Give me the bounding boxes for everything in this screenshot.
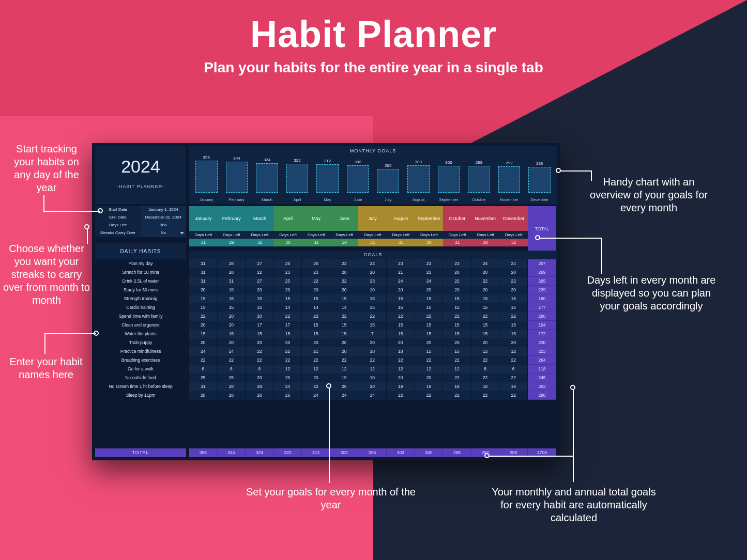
goal-cell[interactable]: 25 bbox=[274, 277, 302, 286]
goal-cell[interactable]: 15 bbox=[246, 330, 274, 338]
goal-cell[interactable]: 22 bbox=[471, 277, 500, 286]
goal-cell[interactable]: 22 bbox=[499, 391, 528, 400]
goal-cell[interactable]: 24 bbox=[387, 277, 415, 286]
goal-cell[interactable]: 15 bbox=[218, 303, 246, 312]
goal-cell[interactable]: 15 bbox=[471, 303, 500, 312]
month-header[interactable]: July bbox=[358, 206, 387, 231]
goal-cell[interactable]: 28 bbox=[218, 259, 246, 268]
month-header[interactable]: November bbox=[471, 206, 500, 231]
goal-cell[interactable]: 28 bbox=[218, 268, 246, 277]
goal-cell[interactable]: 22 bbox=[415, 391, 444, 400]
goal-cell[interactable]: 12 bbox=[302, 365, 330, 374]
goal-cell[interactable]: 20 bbox=[189, 338, 218, 347]
goal-cell[interactable]: 22 bbox=[471, 356, 500, 365]
goal-cell[interactable]: 20 bbox=[274, 374, 302, 382]
goal-cell[interactable]: 20 bbox=[330, 382, 359, 391]
goal-cell[interactable]: 10 bbox=[358, 374, 387, 382]
goal-cell[interactable]: 19 bbox=[387, 382, 415, 391]
goal-cell[interactable]: 20 bbox=[302, 286, 330, 294]
goal-cell[interactable]: 20 bbox=[471, 286, 500, 294]
goal-cell[interactable]: 27 bbox=[246, 259, 274, 268]
goal-cell[interactable]: 22 bbox=[302, 356, 330, 365]
month-header[interactable]: February bbox=[218, 206, 246, 231]
goal-cell[interactable]: 20 bbox=[443, 286, 471, 294]
goal-cell[interactable]: 20 bbox=[189, 321, 218, 330]
goal-cell[interactable]: 22 bbox=[443, 356, 471, 365]
goal-cell[interactable]: 24 bbox=[274, 382, 302, 391]
goal-cell[interactable]: 22 bbox=[189, 312, 218, 321]
goal-cell[interactable]: 26 bbox=[246, 391, 274, 400]
month-header[interactable]: December bbox=[499, 206, 528, 231]
goal-cell[interactable]: 16 bbox=[499, 382, 528, 391]
goal-cell[interactable]: 20 bbox=[471, 338, 500, 347]
goal-cell[interactable]: 22 bbox=[443, 277, 471, 286]
goal-cell[interactable]: 15 bbox=[415, 321, 444, 330]
goal-cell[interactable]: 18 bbox=[443, 382, 471, 391]
goal-cell[interactable]: 21 bbox=[415, 268, 444, 277]
goal-cell[interactable]: 22 bbox=[415, 312, 444, 321]
habit-row[interactable]: Water the plants bbox=[95, 330, 186, 338]
goal-cell[interactable]: 27 bbox=[246, 277, 274, 286]
goal-cell[interactable]: 23 bbox=[274, 268, 302, 277]
goal-cell[interactable]: 15 bbox=[443, 303, 471, 312]
goal-cell[interactable]: 22 bbox=[499, 356, 528, 365]
habit-row[interactable]: Go for a walk bbox=[95, 365, 186, 374]
goal-cell[interactable]: 15 bbox=[471, 321, 500, 330]
goal-cell[interactable]: 24 bbox=[218, 347, 246, 356]
goal-cell[interactable]: 15 bbox=[443, 330, 471, 338]
goal-cell[interactable]: 15 bbox=[358, 294, 387, 303]
goal-cell[interactable]: 15 bbox=[443, 321, 471, 330]
goal-cell[interactable]: 22 bbox=[330, 277, 359, 286]
goal-cell[interactable]: 25 bbox=[218, 374, 246, 382]
goal-cell[interactable]: 23 bbox=[358, 277, 387, 286]
goal-cell[interactable]: 15 bbox=[387, 303, 415, 312]
goal-cell[interactable]: 20 bbox=[302, 338, 330, 347]
goal-cell[interactable]: 10 bbox=[358, 286, 387, 294]
carry-over-dropdown[interactable]: No bbox=[141, 229, 186, 237]
goal-cell[interactable]: 21 bbox=[302, 347, 330, 356]
goal-cell[interactable]: 14 bbox=[358, 391, 387, 400]
goal-cell[interactable]: 22 bbox=[358, 356, 387, 365]
goal-cell[interactable]: 22 bbox=[274, 356, 302, 365]
goal-cell[interactable]: 12 bbox=[330, 365, 359, 374]
goal-cell[interactable]: 28 bbox=[218, 382, 246, 391]
goal-cell[interactable]: 22 bbox=[387, 391, 415, 400]
goal-cell[interactable]: 6 bbox=[499, 365, 528, 374]
goal-cell[interactable]: 8 bbox=[471, 365, 500, 374]
goal-cell[interactable]: 15 bbox=[330, 321, 359, 330]
goal-cell[interactable]: 22 bbox=[499, 312, 528, 321]
goal-cell[interactable]: 22 bbox=[302, 312, 330, 321]
goal-cell[interactable]: 20 bbox=[387, 286, 415, 294]
goal-cell[interactable]: 15 bbox=[218, 294, 246, 303]
goal-cell[interactable]: 22 bbox=[189, 356, 218, 365]
goal-cell[interactable]: 31 bbox=[189, 277, 218, 286]
end-date-value[interactable]: December 31, 2024 bbox=[141, 214, 186, 222]
goal-cell[interactable]: 22 bbox=[246, 268, 274, 277]
goal-cell[interactable]: 20 bbox=[387, 338, 415, 347]
goal-cell[interactable]: 6 bbox=[189, 365, 218, 374]
goal-cell[interactable]: 19 bbox=[218, 286, 246, 294]
habit-row[interactable]: Breathing exercises bbox=[95, 356, 186, 365]
goal-cell[interactable]: 15 bbox=[387, 330, 415, 338]
goal-cell[interactable]: 25 bbox=[189, 374, 218, 382]
goal-cell[interactable]: 22 bbox=[330, 312, 359, 321]
goal-cell[interactable]: 20 bbox=[443, 268, 471, 277]
goal-cell[interactable]: 31 bbox=[218, 277, 246, 286]
goal-cell[interactable]: 28 bbox=[218, 391, 246, 400]
goal-cell[interactable]: 22 bbox=[499, 277, 528, 286]
goal-cell[interactable]: 23 bbox=[387, 259, 415, 268]
goal-cell[interactable]: 20 bbox=[246, 312, 274, 321]
goal-cell[interactable]: 15 bbox=[499, 321, 528, 330]
goal-cell[interactable]: 24 bbox=[330, 391, 359, 400]
goal-cell[interactable]: 23 bbox=[415, 259, 444, 268]
goal-cell[interactable]: 15 bbox=[387, 294, 415, 303]
habit-row[interactable]: No screen time 1 hr before sleep bbox=[95, 382, 186, 391]
goal-cell[interactable]: 20 bbox=[246, 286, 274, 294]
goal-cell[interactable]: 12 bbox=[415, 365, 444, 374]
goal-cell[interactable]: 20 bbox=[499, 286, 528, 294]
goal-cell[interactable]: 15 bbox=[499, 294, 528, 303]
goal-cell[interactable]: 31 bbox=[189, 268, 218, 277]
goal-cell[interactable]: 15 bbox=[246, 294, 274, 303]
goal-cell[interactable]: 25 bbox=[302, 259, 330, 268]
month-header[interactable]: January bbox=[189, 206, 218, 231]
